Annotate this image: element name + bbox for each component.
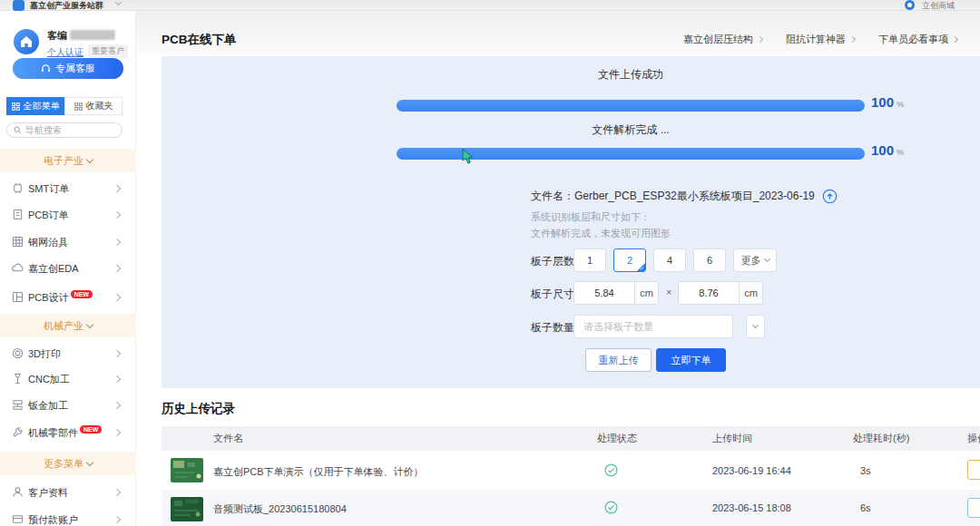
chevron-right-icon — [757, 36, 763, 43]
tab-favorites[interactable]: 收藏夹 — [64, 97, 122, 115]
headset-icon — [41, 63, 51, 73]
layers-option-4[interactable]: 4 — [653, 248, 686, 272]
search-icon — [14, 126, 22, 134]
qty-label: 板子数量 — [531, 320, 574, 336]
layers-option-2-selected[interactable]: 2 — [613, 248, 646, 272]
page-title: PCB在线下单 — [162, 32, 237, 48]
layers-more-dropdown[interactable]: 更多 — [733, 248, 777, 272]
sidebar-item-sheet-metal[interactable]: 钣金加工 — [0, 394, 136, 416]
tab-all-menu-label: 全部菜单 — [24, 100, 60, 112]
sidebar-item-label: 客户资料 — [28, 486, 68, 500]
personal-verify-link[interactable]: 个人认证 — [47, 46, 83, 59]
mouse-cursor — [462, 148, 475, 165]
grid-icon — [12, 102, 20, 111]
size-times-symbol: × — [666, 287, 671, 297]
order-now-button[interactable]: 立即下单 — [656, 348, 726, 372]
chevron-right-icon — [113, 265, 121, 272]
sidebar-item-prepaid-account[interactable]: 预付款账户 — [0, 509, 136, 526]
section-electronics-label: 电子产业 — [44, 154, 83, 168]
sidebar-item-label: 机械零部件NEW — [28, 426, 102, 440]
site-group-caret-icon[interactable] — [115, 0, 122, 5]
site-group-title[interactable]: 嘉立创产业服务站群 — [30, 0, 103, 11]
sidebar-item-smt-order[interactable]: SMT订单 — [0, 178, 136, 200]
status-success-icon — [604, 501, 618, 514]
link-layer-stackup[interactable]: 嘉立创层压结构 — [683, 33, 762, 46]
history-title: 历史上传记录 — [162, 401, 235, 417]
table-row[interactable]: 音频测试板_20230615180804 2023-06-15 18:08 6s — [162, 490, 980, 526]
sidebar-item-stencil[interactable]: 钢网治具 — [0, 231, 136, 253]
pcb-thumbnail — [171, 458, 203, 482]
status-success-icon — [604, 463, 618, 477]
customer-id-redacted — [70, 30, 115, 40]
size-width-input[interactable] — [574, 282, 634, 304]
section-more-menu-label: 更多菜单 — [44, 457, 83, 471]
layers-option-6[interactable]: 6 — [693, 248, 726, 272]
upload-cloud-icon[interactable] — [822, 189, 838, 204]
chevron-right-icon — [113, 516, 121, 523]
chevron-right-icon — [113, 185, 121, 192]
site-logo-icon[interactable] — [13, 0, 24, 11]
sidebar-item-eda[interactable]: 嘉立创EDA — [0, 258, 136, 279]
chevron-right-icon — [849, 36, 856, 43]
section-mechanical-label: 机械产业 — [44, 319, 83, 333]
parse-status-text: 文件解析完成 ... — [397, 122, 865, 138]
qty-select[interactable]: 请选择板子数量 — [573, 315, 733, 338]
customer-id-label: 客编 — [47, 29, 67, 43]
parse-result-line: 文件解析完成，未发现可用图形 — [531, 227, 671, 240]
link-impedance-calculator[interactable]: 阻抗计算神器 — [786, 33, 855, 46]
grid-icon — [74, 102, 83, 111]
vip-customer-badge: 重要客户 — [88, 44, 128, 58]
mall-logo-icon[interactable] — [905, 0, 915, 10]
sidebar-item-cnc[interactable]: CNC加工 — [0, 368, 136, 390]
table-row[interactable]: 嘉立创PCB下单演示（仅用于下单体验、计价） 2023-06-19 16:44 … — [162, 451, 980, 490]
sidebar-item-pcb-design[interactable]: PCB设计NEW — [0, 287, 136, 308]
section-electronics[interactable]: 电子产业 — [0, 149, 136, 172]
chevron-right-icon — [113, 211, 121, 219]
col-duration: 处理耗时(秒) — [853, 426, 909, 451]
account-card-icon — [12, 513, 24, 525]
nav-search-input[interactable] — [25, 125, 107, 135]
file-name-value: Gerber_PCB_ESP32最小系统板项目_2023-06-19 — [574, 190, 815, 202]
action-button-clipped[interactable] — [967, 498, 980, 518]
dedicated-service-button[interactable]: 专属客服 — [13, 58, 123, 79]
col-actions: 操作 — [967, 426, 980, 451]
detect-line: 系统识别板层和尺寸如下： — [531, 210, 651, 224]
chevron-down-icon — [86, 458, 93, 465]
chevron-down-icon — [86, 155, 93, 162]
size-height-group: cm — [678, 281, 763, 305]
row-file-name: 嘉立创PCB下单演示（仅用于下单体验、计价） — [213, 465, 424, 479]
sheet-metal-icon — [12, 399, 24, 411]
wrench-icon — [12, 426, 24, 438]
sidebar-item-3d-print[interactable]: 3D打印 — [0, 343, 136, 365]
size-label: 板子尺寸 — [531, 287, 574, 302]
tab-all-menu[interactable]: 全部菜单 — [6, 97, 64, 115]
link-order-notes[interactable]: 下单员必看事项 — [878, 33, 957, 46]
row-upload-time: 2023-06-15 18:08 — [712, 502, 791, 513]
new-badge: NEW — [71, 290, 93, 298]
chevron-right-icon — [113, 350, 121, 357]
eda-icon — [12, 262, 24, 274]
upload-status-text: 文件上传成功 — [397, 67, 865, 83]
section-more-menu[interactable]: 更多菜单 — [0, 452, 136, 475]
parse-progress-percent: 100% — [871, 142, 904, 158]
reupload-button[interactable]: 重新上传 — [585, 348, 652, 372]
printer-3d-icon — [12, 347, 24, 359]
mall-link[interactable]: 立创商城 — [922, 0, 955, 11]
sidebar-item-label: CNC加工 — [28, 373, 70, 386]
row-duration: 3s — [860, 465, 871, 476]
sidebar-item-pcb-order[interactable]: PCB订单 — [0, 204, 136, 226]
action-button-clipped[interactable] — [967, 460, 980, 480]
sidebar-item-mech-parts[interactable]: 机械零部件NEW — [0, 422, 136, 443]
sidebar-item-customer-info[interactable]: 客户资料 — [0, 482, 136, 503]
size-height-input[interactable] — [679, 282, 739, 304]
sidebar-item-label: 3D打印 — [28, 347, 61, 361]
home-button[interactable] — [14, 29, 39, 54]
nav-search[interactable] — [6, 122, 122, 138]
pcb-thumbnail — [171, 497, 203, 521]
col-status: 处理状态 — [597, 426, 637, 451]
layers-option-1[interactable]: 1 — [573, 248, 606, 272]
sidebar-item-label: 预付款账户 — [28, 513, 78, 526]
qty-select-caret[interactable] — [746, 315, 765, 338]
sidebar: 客编 个人认证 重要客户 专属客服 全部菜单 收藏夹 电子产业 SMT订单 — [0, 11, 136, 526]
section-mechanical[interactable]: 机械产业 — [0, 314, 136, 337]
